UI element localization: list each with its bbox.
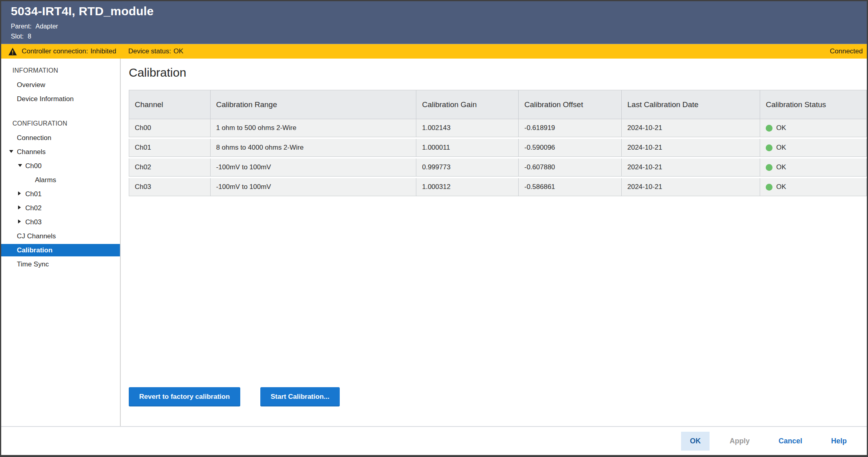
table-header-row: ChannelCalibration RangeCalibration Gain…: [129, 90, 867, 119]
status-text: OK: [776, 124, 786, 132]
module-header: 5034-IRT4I, RTD_module Parent:Adapter Sl…: [1, 1, 867, 44]
column-header: Calibration Status: [760, 90, 867, 119]
page-title: Calibration: [129, 66, 867, 79]
channel-cell: Ch03: [129, 178, 211, 196]
status-text: OK: [776, 183, 786, 191]
sidebar-section-heading: INFORMATION: [1, 63, 120, 78]
window-body: INFORMATIONOverviewDevice InformationCON…: [1, 59, 867, 426]
table-row-ch01: Ch018 ohms to 4000 ohms 2-Wire1.000011-0…: [129, 139, 867, 157]
parent-label: Parent:: [11, 23, 32, 30]
sidebar-item-overview[interactable]: Overview: [1, 78, 120, 92]
sidebar-item-ch03[interactable]: Ch03: [1, 215, 120, 229]
sidebar-item-ch01[interactable]: Ch01: [1, 187, 120, 201]
status-cell: OK: [760, 158, 867, 177]
module-title: 5034-IRT4I, RTD_module: [11, 4, 867, 18]
sidebar-item-label: Connection: [17, 134, 51, 142]
start-calibration-button[interactable]: Start Calibration...: [260, 387, 340, 406]
sidebar-item-label: Time Sync: [17, 260, 49, 268]
table-row-ch02: Ch02-100mV to 100mV0.999773-0.6078802024…: [129, 158, 867, 177]
sidebar-item-ch02[interactable]: Ch02: [1, 201, 120, 215]
channel-cell: Ch01: [129, 139, 211, 157]
status-ok-icon: [766, 125, 773, 132]
chevron-down-icon[interactable]: [9, 150, 13, 153]
chevron-right-icon[interactable]: [18, 205, 21, 209]
status-ok-icon: [766, 184, 773, 191]
cancel-button[interactable]: Cancel: [770, 432, 811, 451]
device-status: Device status:OK: [128, 47, 183, 55]
column-header: Calibration Offset: [519, 90, 622, 119]
calibration-actions: Revert to factory calibration Start Cali…: [129, 387, 867, 406]
slot-row: Slot:8: [11, 31, 867, 41]
revert-factory-calibration-button[interactable]: Revert to factory calibration: [129, 387, 240, 406]
status-ok-icon: [766, 164, 773, 171]
date-cell: 2024-10-21: [622, 178, 760, 196]
ok-button[interactable]: OK: [681, 432, 710, 451]
gain-cell: 1.000312: [416, 178, 519, 196]
gain-cell: 1.002143: [416, 119, 519, 137]
slot-value: 8: [28, 33, 31, 40]
status-text: OK: [776, 163, 786, 171]
chevron-right-icon[interactable]: [18, 191, 21, 195]
help-button[interactable]: Help: [822, 432, 856, 451]
status-cell: OK: [760, 178, 867, 196]
column-header: Calibration Range: [211, 90, 417, 119]
status-cell: OK: [760, 119, 867, 137]
sidebar-item-label: Alarms: [35, 176, 56, 184]
status-ok-icon: [766, 144, 773, 151]
range-cell: 1 ohm to 500 ohms 2-Wire: [211, 119, 417, 137]
gain-cell: 0.999773: [416, 158, 519, 177]
sidebar-item-label: Device Information: [17, 95, 74, 103]
range-cell: -100mV to 100mV: [211, 158, 417, 177]
channel-cell: Ch00: [129, 119, 211, 137]
table-row-ch03: Ch03-100mV to 100mV1.000312-0.5868612024…: [129, 178, 867, 196]
channel-cell: Ch02: [129, 158, 211, 177]
column-header: Last Calibration Date: [622, 90, 760, 119]
parent-row: Parent:Adapter: [11, 21, 867, 31]
sidebar-item-cj-channels[interactable]: CJ Channels: [1, 229, 120, 243]
range-cell: -100mV to 100mV: [211, 178, 417, 196]
sidebar-item-label: Overview: [17, 81, 45, 89]
sidebar-item-alarms[interactable]: Alarms: [1, 173, 120, 187]
gain-cell: 1.000011: [416, 139, 519, 157]
date-cell: 2024-10-21: [622, 119, 760, 137]
sidebar-item-label: Ch02: [25, 204, 42, 212]
calibration-table: ChannelCalibration RangeCalibration Gain…: [129, 90, 867, 196]
range-cell: 8 ohms to 4000 ohms 2-Wire: [211, 139, 417, 157]
category-sidebar: INFORMATIONOverviewDevice InformationCON…: [1, 59, 121, 426]
module-properties-window: 5034-IRT4I, RTD_module Parent:Adapter Sl…: [0, 0, 868, 457]
date-cell: 2024-10-21: [622, 139, 760, 157]
slot-label: Slot:: [11, 33, 24, 40]
sidebar-item-label: Calibration: [17, 246, 53, 254]
sidebar-item-ch00[interactable]: Ch00: [1, 159, 120, 173]
connection-state-badge: Connected: [830, 47, 863, 55]
offset-cell: -0.590096: [519, 139, 622, 157]
offset-cell: -0.586861: [519, 178, 622, 196]
column-header: Channel: [129, 90, 211, 119]
sidebar-item-label: Ch01: [25, 190, 42, 198]
date-cell: 2024-10-21: [622, 158, 760, 177]
offset-cell: -0.618919: [519, 119, 622, 137]
status-cell: OK: [760, 139, 867, 157]
column-header: Calibration Gain: [416, 90, 519, 119]
dialog-footer: OK Apply Cancel Help: [1, 426, 867, 455]
sidebar-item-label: Ch03: [25, 218, 42, 226]
sidebar-item-device-information[interactable]: Device Information: [1, 92, 120, 106]
sidebar-item-channels[interactable]: Channels: [1, 145, 120, 159]
sidebar-item-label: Ch00: [25, 162, 42, 170]
parent-value: Adapter: [36, 23, 58, 30]
sidebar-item-time-sync[interactable]: Time Sync: [1, 257, 120, 271]
warning-triangle-icon: [8, 48, 17, 55]
sidebar-item-label: Channels: [17, 148, 46, 156]
table-row-ch00: Ch001 ohm to 500 ohms 2-Wire1.002143-0.6…: [129, 119, 867, 137]
sidebar-item-calibration[interactable]: Calibration: [1, 244, 120, 256]
controller-connection-status: Controller connection:Inhibited: [22, 47, 116, 55]
chevron-down-icon[interactable]: [18, 164, 22, 167]
alert-bar: Controller connection:Inhibited Device s…: [1, 44, 867, 59]
calibration-panel: Calibration ChannelCalibration RangeCali…: [121, 59, 867, 426]
sidebar-item-connection[interactable]: Connection: [1, 131, 120, 145]
sidebar-item-label: CJ Channels: [17, 232, 56, 240]
offset-cell: -0.607880: [519, 158, 622, 177]
chevron-right-icon[interactable]: [18, 219, 21, 223]
apply-button[interactable]: Apply: [721, 432, 758, 451]
status-text: OK: [776, 144, 786, 152]
